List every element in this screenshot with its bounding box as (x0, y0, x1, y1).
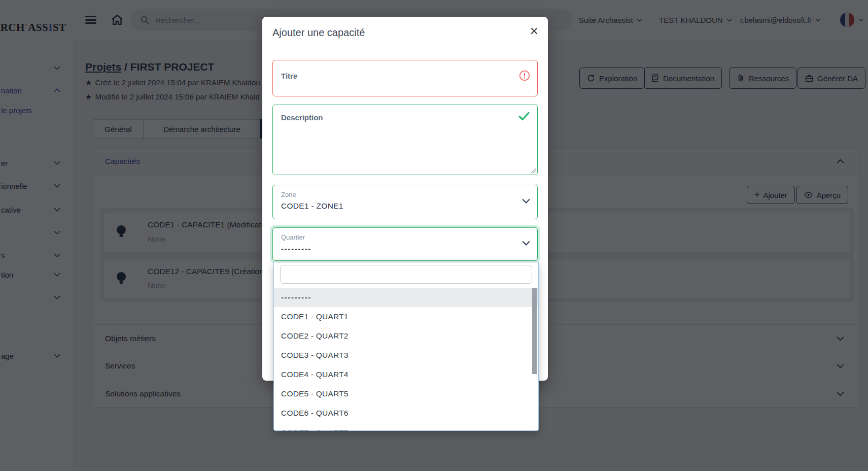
resize-handle-icon[interactable] (531, 168, 536, 174)
dropdown-option[interactable]: CODE6 - QUART6 (274, 403, 538, 423)
chevron-down-icon (522, 198, 530, 204)
dropdown-option[interactable]: CODE2 - QUART2 (274, 326, 538, 346)
close-icon[interactable]: ✕ (530, 26, 539, 37)
quartier-label: Quartier (281, 233, 305, 241)
option-label: --------- (281, 293, 311, 302)
zone-label: Zone (281, 191, 296, 198)
dropdown-option[interactable]: CODE1 - QUART1 (274, 307, 538, 326)
option-label: CODE5 - QUART5 (281, 389, 349, 398)
quartier-dropdown: --------- CODE1 - QUART1 CODE2 - QUART2 … (273, 262, 539, 431)
dropdown-option[interactable]: CODE5 - QUART5 (274, 384, 538, 403)
option-label: CODE2 - QUART2 (281, 331, 349, 341)
option-label: CODE6 - QUART6 (281, 409, 349, 418)
quartier-value: --------- (281, 244, 311, 253)
option-label: CODE7 - QUART7 (281, 428, 349, 431)
option-label: CODE3 - QUART3 (281, 351, 349, 360)
description-label: Description (281, 113, 323, 122)
option-label: CODE1 - QUART1 (281, 312, 349, 321)
dropdown-option[interactable]: CODE3 - QUART3 (274, 346, 538, 365)
quartier-select[interactable]: Quartier --------- (272, 227, 538, 261)
modal-header: Ajouter une capacité ✕ (262, 17, 548, 49)
dropdown-option[interactable]: CODE7 - QUART7 (274, 423, 538, 431)
zone-select[interactable]: Zone CODE1 - ZONE1 (272, 185, 538, 219)
scrollbar-thumb[interactable] (532, 288, 537, 374)
chevron-down-icon (522, 241, 530, 246)
dropdown-search-input[interactable] (280, 265, 532, 284)
error-icon (519, 70, 530, 81)
check-icon (518, 111, 530, 121)
modal-title: Ajouter une capacité (272, 27, 365, 39)
titre-label: Titre (281, 72, 297, 80)
titre-field[interactable]: Titre (272, 60, 538, 96)
dropdown-option[interactable]: CODE4 - QUART4 (274, 365, 538, 384)
option-label: CODE4 - QUART4 (281, 370, 349, 379)
dropdown-option-empty[interactable]: --------- (274, 288, 538, 307)
zone-value: CODE1 - ZONE1 (281, 201, 343, 211)
description-field[interactable]: Description (272, 105, 538, 175)
